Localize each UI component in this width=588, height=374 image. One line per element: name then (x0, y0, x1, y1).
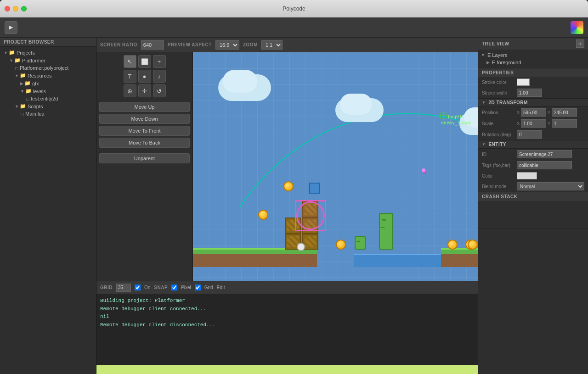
crosshair-target (439, 111, 448, 120)
screen-ratio-input[interactable] (141, 40, 164, 50)
tree-item-resources[interactable]: ▼ 📁 Resources (0, 72, 96, 79)
circle-tool-button[interactable]: ● (138, 70, 151, 83)
id-row: ID (478, 149, 588, 160)
tree-item-scripts[interactable]: ▼ 📁 Scripts (0, 102, 96, 110)
search-tool-button[interactable]: ⊕ (124, 84, 136, 97)
tree-item-projects[interactable]: ▼ 📁 Projects (0, 49, 96, 56)
close-button[interactable] (5, 6, 10, 11)
stroke-color-swatch[interactable] (517, 78, 530, 86)
tree-item-gfx[interactable]: ▶ 📁 gfx (0, 79, 96, 87)
pos-y-input[interactable] (552, 108, 577, 117)
coin-4 (447, 240, 458, 250)
color-row: Color (478, 171, 588, 181)
tree-view-content: ▼ E Layers ▶ E foreground (478, 50, 588, 68)
image-tool-button[interactable]: ⬜ (138, 55, 151, 68)
canvas-container[interactable]: ^^ ‿ ^^ bug01 enemy_spawn (193, 52, 478, 281)
project-tree: ▼ 📁 Projects ▼ 📁 Platformer ◻ Platformer… (0, 47, 96, 374)
pixel-checkbox[interactable] (171, 285, 177, 290)
scale-x-label: X (517, 121, 520, 126)
canvas-wrapper: ↖ ⬜ + T ● ♪ ⊕ ✛ ↺ Move Up Move Down (96, 52, 478, 281)
move-to-front-button[interactable]: Move To Front (99, 126, 190, 136)
tree-item-mainlua[interactable]: ◻ Main.lua (0, 110, 96, 117)
crash-stack-header: CRASH STACK (478, 192, 588, 201)
arrow-icon: ▼ (4, 50, 8, 55)
entity-header[interactable]: ▼ ENTITY (478, 140, 588, 149)
pos-x-label: X (517, 110, 520, 115)
scale-y-input[interactable] (552, 119, 577, 128)
move-to-back-button[interactable]: Move To Back (99, 138, 190, 148)
folder-icon: 📁 (24, 80, 31, 86)
polycode-logo-icon (571, 21, 583, 34)
maximize-button[interactable] (21, 6, 27, 11)
select-tool-button[interactable]: ↖ (124, 55, 136, 68)
tree-item-entity2d[interactable]: ◻ test.entity2d (0, 95, 96, 102)
id-input[interactable] (517, 150, 572, 158)
tv-item-foreground[interactable]: ▶ E foreground (478, 59, 588, 66)
folder-icon: 📁 (14, 57, 21, 63)
preview-aspect-label: PREVIEW ASPECT (168, 42, 212, 47)
tree-item-polyproject[interactable]: ◻ Platformer.polyproject (0, 64, 96, 72)
scale-x-input[interactable] (521, 119, 546, 128)
arrow-icon: ▼ (15, 73, 19, 78)
left-tools-panel: ↖ ⬜ + T ● ♪ ⊕ ✛ ↺ Move Up Move Down (96, 52, 193, 281)
transform-header[interactable]: ▼ 2D TRANSFORM (478, 99, 588, 107)
coin-1 (283, 181, 294, 191)
tree-item-levels[interactable]: ▼ 📁 levels (0, 87, 96, 95)
folder-icon: 📁 (20, 73, 26, 78)
editor-toolbar: SCREEN RATIO PREVIEW ASPECT 16:9 ZOOM 1:… (96, 38, 478, 52)
water (354, 254, 441, 267)
console-line-1: Building project: Platformer (100, 297, 474, 305)
tree-view-section: TREE VIEW + ▼ E Layers ▶ E foreground (478, 38, 588, 68)
grid-checkbox[interactable] (195, 285, 201, 290)
add-tool-button[interactable]: + (153, 55, 166, 68)
on-checkbox[interactable] (135, 285, 141, 290)
file-icon: ◻ (26, 96, 29, 101)
text-tool-button[interactable]: T (124, 70, 136, 83)
scale-xy: X Y (517, 119, 577, 128)
right-panel: TREE VIEW + ▼ E Layers ▶ E foreground PR… (478, 38, 588, 374)
ground-dirt-left (193, 254, 317, 267)
rotation-input[interactable] (517, 130, 542, 139)
console-line-3: nil (100, 313, 474, 321)
tags-input[interactable] (517, 161, 572, 169)
tree-view-header: TREE VIEW + (478, 38, 588, 50)
main-toolbar: ▶ (0, 17, 588, 38)
pos-x-input[interactable] (521, 108, 546, 117)
move-down-button[interactable]: Move Down (99, 114, 190, 124)
position-row: Position X Y (478, 107, 588, 118)
coin-right (468, 240, 478, 250)
stroke-width-row: Stroke width (478, 87, 588, 98)
sound-tool-button[interactable]: ♪ (153, 70, 166, 83)
grid-input[interactable] (116, 284, 131, 292)
bug01-label: bug01 (448, 114, 462, 119)
tags-row: Tags (foo,bar) (478, 160, 588, 171)
small-character: ^^ (355, 236, 366, 250)
minimize-button[interactable] (13, 6, 18, 11)
arrow-icon: ▼ (481, 53, 485, 57)
tv-item-layers[interactable]: ▼ E Layers (478, 51, 588, 59)
pos-y-label: Y (548, 110, 550, 115)
edit-label: EdIt (217, 285, 225, 290)
blend-select[interactable]: Normal (517, 182, 584, 190)
unparent-button[interactable]: Unparent (99, 153, 190, 163)
file-icon: ◻ (15, 66, 18, 71)
snap-label: SNAP (154, 285, 168, 290)
folder-icon: 📁 (25, 88, 32, 94)
collapse-icon: ▼ (482, 142, 486, 146)
blend-label: Blend mode (482, 184, 514, 189)
stroke-width-input[interactable] (517, 89, 542, 97)
color-swatch[interactable] (517, 172, 537, 179)
entity-section: ▼ ENTITY ID Tags (foo,bar) Color Blend m… (478, 140, 588, 192)
cross-tool-button[interactable]: ✛ (138, 84, 151, 97)
tree-item-platformer[interactable]: ▼ 📁 Platformer (0, 56, 96, 64)
preview-aspect-select[interactable]: 16:9 (215, 40, 239, 50)
edit-tool-button[interactable]: ↺ (153, 84, 166, 97)
add-tree-item-button[interactable]: + (576, 39, 584, 48)
project-browser-panel: PROJECT BROWSER ▼ 📁 Projects ▼ 📁 Platfor… (0, 38, 96, 374)
zoom-select[interactable]: 1:1 (261, 40, 283, 50)
move-up-button[interactable]: Move Up (99, 102, 190, 112)
project-browser-header: PROJECT BROWSER (0, 38, 96, 47)
status-bar (96, 365, 478, 374)
rotation-label: Rotation (deg) (482, 132, 514, 137)
play-button[interactable]: ▶ (5, 21, 17, 34)
